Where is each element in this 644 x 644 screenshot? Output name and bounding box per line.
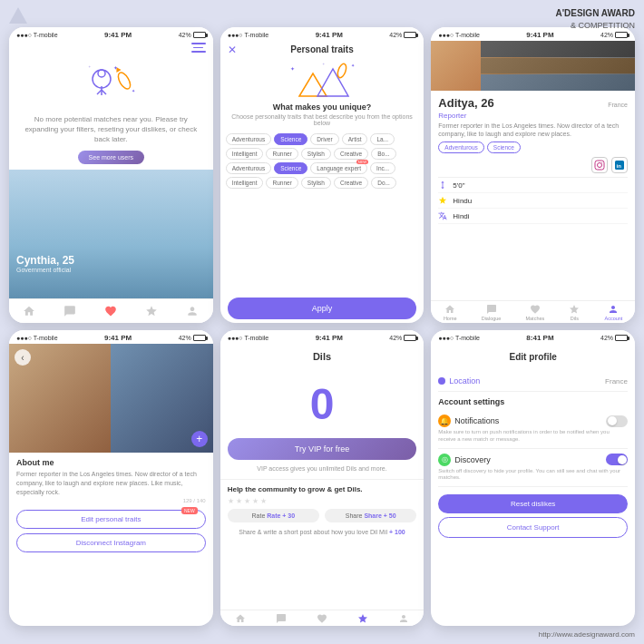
nav-item-dialogue[interactable]: Dialogue [482,304,502,321]
trait-science[interactable]: Science [274,133,307,145]
phone6-title: Edit profile [510,352,557,362]
notifications-row: 🔔 Notifications Make sure to turn on pus… [438,410,628,449]
nav-person-icon[interactable] [184,303,200,319]
phone2-status-bar: ●●●○ T-mobile 9:41 PM 42% [220,27,424,41]
trait-bo[interactable]: Bo... [371,148,395,160]
disconnect-instagram-button[interactable]: Disconnect Instagram [16,533,206,552]
nav-chat-icon[interactable] [62,303,78,319]
toggle-knob-on [618,455,627,464]
location-value: France [605,377,628,385]
phone6-status-bar: ●●●○ T-mobile 8:41 PM 42% [431,330,635,344]
dils-count: 0 [220,366,424,438]
phone1-time: 9:41 PM [104,31,132,39]
traits-illustration: ✦ ✦ ✦ [286,60,358,101]
discovery-header: ◎ Discovery [438,454,628,466]
trait-la[interactable]: La... [370,133,395,145]
trait-adventurous[interactable]: Adventurous [226,133,272,145]
nav-item-account[interactable]: Account [605,304,623,321]
close-button[interactable]: ✕ [228,44,237,56]
nav-home-icon[interactable] [21,303,37,319]
trait-stylish[interactable]: Stylish [301,148,331,160]
profile-job: Reporter [438,112,628,120]
edit-traits-button[interactable]: Edit personal traits NEW [16,510,206,529]
profile-photos-strip [481,41,635,91]
location-dot [438,377,445,385]
trait-inc[interactable]: Inc... [370,162,395,174]
trait-adventurous2[interactable]: Adventurous [226,162,272,174]
notifications-toggle[interactable] [606,415,628,427]
notifications-icon: 🔔 [438,415,451,427]
phone5-nav-person[interactable] [398,613,409,624]
profile-tag-1[interactable]: Adventurous [438,141,484,153]
nav-item-dils[interactable]: Dils [569,304,580,321]
discovery-label: Discovery [454,455,491,464]
discovery-toggle[interactable] [606,454,628,465]
svg-text:✦: ✦ [290,66,295,72]
trait-runner2[interactable]: Runner [266,177,298,189]
share-write: Share & write a short post about how you… [228,528,417,537]
social-icons: in [438,157,628,173]
linkedin-icon[interactable]: in [611,157,628,173]
trait-intelligent[interactable]: Intelligent [226,148,264,160]
share-pill[interactable]: Share Share + 50 [325,509,416,522]
stat-language: Hindi [438,209,628,224]
apply-button[interactable]: Apply [228,298,417,319]
svg-point-18 [601,162,602,163]
contact-support-button[interactable]: Contact Support [438,517,628,538]
phone6-header: Edit profile [431,344,635,367]
about-section: About me Former reporter in the Los Ange… [16,458,206,503]
char-count: 129 / 140 [16,498,206,503]
phone4-carrier: ●●●○ T-mobile [16,335,58,341]
nav-heart-icon[interactable] [102,303,119,319]
add-photo-button[interactable]: + [191,431,208,447]
traits-row-4: Intelligent Runner Stylish Creative Do..… [226,177,419,189]
bottom-watermark: http://www.adesignaward.com [539,630,635,639]
vip-button[interactable]: Try VIP for free [228,438,417,460]
community-section: Help the community to grow & get Dils. ★… [220,479,424,542]
phone5-nav-heart[interactable] [317,613,327,624]
phone5-nav-home[interactable] [235,613,246,624]
action-row: Rate Rate + 30 Share Share + 50 [228,509,417,522]
phone5-header: Dils [220,344,424,366]
trait-creative[interactable]: Creative [334,148,368,160]
phone-grid: ●●●○ T-mobile 9:41 PM 42% [0,0,644,644]
instagram-icon[interactable] [591,157,608,173]
trait-stylish2[interactable]: Stylish [301,177,331,189]
back-button[interactable]: ‹ [15,349,31,366]
phone5-status-bar: ●●●○ T-mobile 9:41 PM 42% [220,330,424,344]
profile-tag-2[interactable]: Science [487,141,521,153]
trait-intelligent2[interactable]: Intelligent [226,177,264,189]
phone6-battery-icon [615,335,628,341]
discovery-label-row: ◎ Discovery [438,454,491,466]
trait-language-expert[interactable]: Language expert [310,162,367,174]
notifications-desc: Make sure to turn on push notifications … [438,429,628,444]
about-text: Former reporter in the Los Angeles times… [16,470,206,496]
phone3-time: 9:41 PM [526,31,553,39]
see-more-button[interactable]: See more users [78,151,144,164]
nav-star-icon[interactable] [143,303,160,319]
trait-driver[interactable]: Driver [310,133,338,145]
rate-pill[interactable]: Rate Rate + 30 [228,509,319,522]
filter-icon[interactable] [191,43,206,54]
svg-point-0 [93,70,111,88]
svg-text:✦: ✦ [351,63,355,68]
trait-runner[interactable]: Runner [266,148,298,160]
reset-dislikes-button[interactable]: Reset dislikes [438,494,628,513]
nav-item-home[interactable]: Home [444,304,457,321]
phone-1: ●●●○ T-mobile 9:41 PM 42% [9,27,213,323]
phone5-nav-chat[interactable] [276,613,287,624]
trait-creative2[interactable]: Creative [334,177,368,189]
phone3-profile-photos [431,41,635,91]
trait-science2[interactable]: Science [274,162,307,174]
trait-do[interactable]: Do... [371,177,396,189]
phone1-profile-name: Cynthia, 25 [16,254,74,267]
logo [9,7,27,24]
nav-item-matches[interactable]: Matches [525,304,544,321]
trait-artist[interactable]: Artist [342,133,368,145]
phone2-battery: 42% [389,32,416,38]
svg-rect-16 [595,161,604,170]
phone2-carrier: ●●●○ T-mobile [228,32,269,38]
svg-text:in: in [617,163,622,169]
phone5-nav-star[interactable] [357,613,368,624]
phone6-carrier: ●●●○ T-mobile [438,335,480,341]
